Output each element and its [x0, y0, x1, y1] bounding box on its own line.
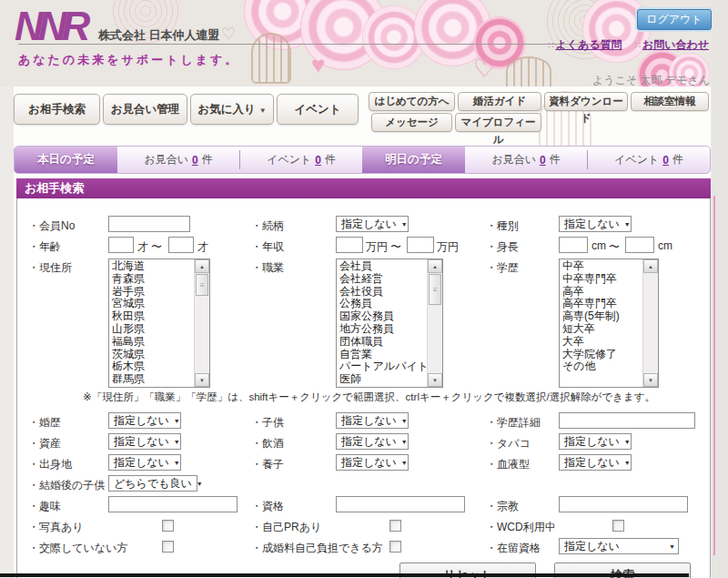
listbox-option[interactable]: 北海道 — [112, 260, 194, 273]
kodomo-select[interactable]: 指定しない ▼ — [336, 412, 409, 429]
listbox-option[interactable]: 群馬県 — [112, 373, 194, 386]
listbox-option[interactable]: 高卒専門卒 — [562, 298, 642, 310]
konreki-select[interactable]: 指定しない ▼ — [108, 412, 181, 429]
listbox-option[interactable]: 栃木県 — [112, 360, 194, 373]
tomorrow-event-count-link[interactable]: 0 — [662, 154, 669, 167]
kosai-checkbox[interactable] — [162, 541, 174, 553]
tomorrow-omiai-count-link[interactable]: 0 — [540, 154, 546, 167]
photo-checkbox[interactable] — [162, 520, 174, 532]
seikonryo-checkbox[interactable] — [389, 541, 401, 553]
listbox-option[interactable]: その他 — [562, 360, 642, 373]
kekkongo-kodomo-select[interactable]: どちらでも良い ▼ — [108, 475, 197, 492]
zairyu-select[interactable]: 指定しない ▼ — [559, 538, 679, 554]
nav-event-button[interactable]: イベント — [277, 94, 359, 125]
ketsuekigata-select-value: 指定しない — [564, 455, 620, 471]
education-label: ・学歴 — [486, 260, 519, 276]
listbox-option[interactable]: 医師 — [339, 373, 427, 386]
nav-beginners-button[interactable]: はじめての方へ — [369, 92, 455, 111]
address-listbox[interactable]: 北海道青森県岩手県宮城県秋田県山形県福島県茨城県栃木県群馬県 ▲ ≡ ▼ — [108, 259, 210, 388]
listbox-option[interactable]: 団体職員 — [339, 336, 427, 349]
event-label: イベント — [267, 152, 311, 167]
shikaku-label: ・資格 — [251, 499, 284, 514]
scrollbar-thumb[interactable]: ≡ — [196, 274, 208, 296]
listbox-option[interactable]: 山形県 — [112, 323, 194, 336]
height-max-input[interactable] — [625, 237, 654, 253]
today-omiai-count-link[interactable]: 0 — [192, 154, 198, 167]
age-min-input[interactable] — [108, 237, 134, 253]
gakureki-detail-input[interactable] — [559, 412, 695, 429]
shisan-label: ・資産 — [28, 436, 61, 451]
listbox-option[interactable]: 公務員 — [339, 298, 427, 310]
kodomo-label: ・子供 — [251, 415, 284, 431]
shusshinchi-select[interactable]: 指定しない ▼ — [108, 454, 181, 471]
ketsuekigata-select[interactable]: 指定しない ▼ — [559, 454, 632, 471]
listbox-option[interactable]: 自営業 — [339, 349, 427, 361]
education-listbox[interactable]: 中卒中卒専門卒高卒高卒専門卒高専(5年制)短大卒大卒大学院修了その他 ▲ ▼ — [559, 259, 659, 388]
listbox-option[interactable]: 会社経営 — [339, 273, 427, 286]
wcd-checkbox[interactable] — [612, 520, 624, 532]
inshu-label: ・飲酒 — [251, 436, 284, 451]
shikaku-input[interactable] — [336, 496, 465, 512]
listbox-option[interactable]: 大卒 — [562, 336, 642, 349]
listbox-option[interactable]: 会社員 — [339, 260, 427, 273]
shubetsu-select[interactable]: 指定しない ▼ — [559, 216, 632, 232]
age-max-input[interactable] — [168, 237, 194, 253]
scroll-down-icon[interactable]: ▼ — [195, 373, 209, 387]
nav-download-button[interactable]: 資料ダウンロード — [544, 92, 628, 111]
listbox-option[interactable]: 高卒 — [562, 286, 642, 299]
scroll-up-icon[interactable]: ▲ — [195, 259, 209, 273]
listbox-option[interactable]: 地方公務員 — [339, 323, 427, 336]
scroll-down-icon[interactable]: ▼ — [643, 373, 658, 387]
hobby-input[interactable] — [108, 496, 238, 512]
tabako-select[interactable]: 指定しない ▼ — [559, 433, 632, 450]
member-no-input[interactable] — [108, 216, 190, 232]
pr-checkbox[interactable] — [389, 520, 401, 532]
zokugara-select[interactable]: 指定しない ▼ — [336, 216, 409, 232]
chevron-down-icon: ▼ — [401, 460, 408, 466]
income-max-input[interactable] — [407, 237, 434, 253]
occupation-listbox[interactable]: 会社員会社経営会社役員公務員国家公務員地方公務員団体職員自営業パートアルバイト医… — [336, 259, 443, 388]
income-min-input[interactable] — [336, 237, 363, 253]
scroll-up-icon[interactable]: ▲ — [643, 259, 658, 273]
zokugara-select-value: 指定しない — [341, 217, 397, 232]
nav-office-info-button[interactable]: 相談室情報 — [631, 92, 709, 111]
logout-button[interactable]: ログアウト — [637, 9, 712, 30]
height-min-input[interactable] — [559, 237, 588, 253]
faq-link[interactable]: よくある質問 — [555, 38, 622, 51]
listbox-option[interactable]: 大学院修了 — [562, 349, 642, 361]
listbox-option[interactable]: 高専(5年制) — [562, 310, 642, 323]
scroll-down-icon[interactable]: ▼ — [428, 373, 442, 387]
seikonryo-label: ・成婚料自己負担できる方 — [251, 541, 383, 556]
listbox-option[interactable]: 岩手県 — [112, 286, 194, 299]
shisan-select[interactable]: 指定しない ▼ — [108, 433, 181, 450]
listbox-option[interactable]: 青森県 — [112, 273, 194, 286]
listbox-option[interactable]: 宮城県 — [112, 298, 194, 310]
omiai-label: お見合い — [491, 152, 536, 167]
nav-my-profile-button[interactable]: マイプロフィール — [455, 113, 541, 132]
nav-partner-search-button[interactable]: お相手検索 — [14, 94, 100, 125]
religion-input[interactable] — [559, 496, 688, 512]
listbox-option[interactable]: 短大卒 — [562, 323, 642, 336]
nav-message-button[interactable]: メッセージ — [371, 113, 452, 132]
scrollbar-thumb[interactable]: ≡ — [429, 274, 441, 305]
inshu-select[interactable]: 指定しない ▼ — [336, 433, 409, 450]
scroll-up-icon[interactable]: ▲ — [428, 259, 442, 273]
listbox-option[interactable]: 秋田県 — [112, 310, 194, 323]
listbox-option[interactable]: 中卒 — [562, 260, 642, 273]
listbox-option[interactable]: 会社役員 — [339, 286, 427, 299]
tabako-select-value: 指定しない — [564, 434, 620, 450]
listbox-option[interactable]: 中卒専門卒 — [562, 273, 642, 286]
yoshi-select[interactable]: 指定しない ▼ — [336, 454, 409, 471]
listbox-option[interactable]: パートアルバイト — [339, 360, 427, 373]
today-event-count-link[interactable]: 0 — [315, 154, 321, 167]
listbox-option[interactable]: 福島県 — [112, 336, 194, 349]
nav-omiai-manage-button[interactable]: お見合い管理 — [103, 94, 187, 125]
listbox-option[interactable]: 茨城県 — [112, 349, 194, 361]
nav-konkatsu-guide-button[interactable]: 婚活ガイド — [458, 92, 541, 111]
nav-favorites-button[interactable]: お気に入り▼ — [190, 94, 274, 125]
shubetsu-select-value: 指定しない — [564, 217, 620, 232]
listbox-option[interactable]: 国家公務員 — [339, 310, 427, 323]
header-divider — [18, 44, 605, 45]
unit-label: 件 — [672, 152, 683, 167]
contact-link[interactable]: お問い合わせ — [642, 38, 709, 51]
